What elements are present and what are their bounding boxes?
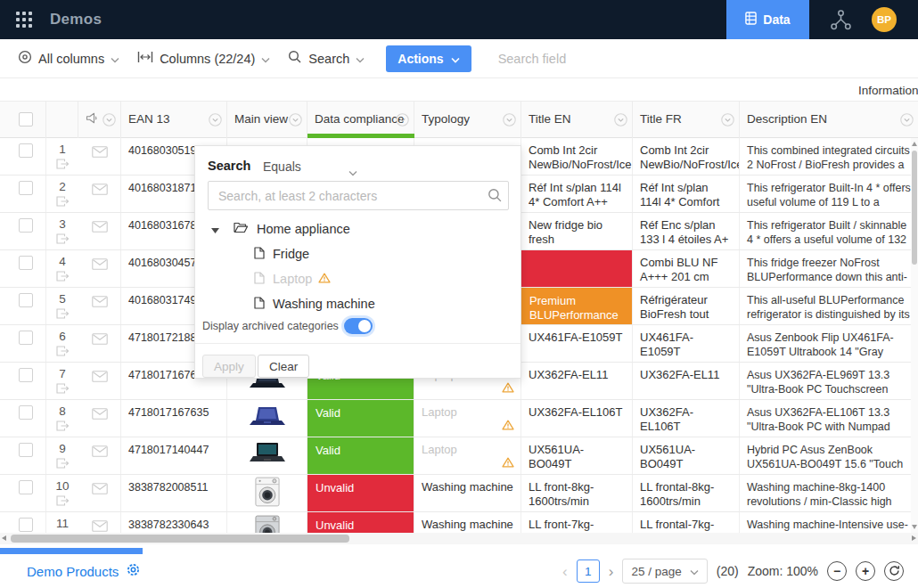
- app-grid-icon[interactable]: [16, 12, 32, 28]
- tree-item-washing-machine[interactable]: Washing machine: [195, 292, 520, 315]
- column-filter-icon[interactable]: [209, 113, 222, 129]
- clear-button[interactable]: Clear: [258, 355, 309, 378]
- select-all-checkbox[interactable]: [19, 112, 33, 127]
- gear-icon[interactable]: [126, 562, 141, 580]
- header-title-fr[interactable]: Title FR: [633, 102, 740, 138]
- zoom-in-button[interactable]: +: [856, 561, 875, 581]
- envelope-icon[interactable]: [92, 297, 108, 310]
- envelope-icon[interactable]: [92, 372, 108, 385]
- footer-bar: Demo Products ‹ 1 › 25 / page (20) Zoom:…: [0, 554, 918, 588]
- actions-button[interactable]: Actions: [386, 45, 471, 72]
- header-main-view[interactable]: Main view: [227, 102, 307, 138]
- open-record-icon[interactable]: [48, 308, 77, 323]
- row-checkbox[interactable]: [19, 480, 33, 494]
- operator-select[interactable]: Equals: [263, 159, 301, 174]
- envelope-icon[interactable]: [92, 484, 108, 497]
- table-row[interactable]: 113838782330643UnvalidWashing machineLL …: [0, 512, 918, 533]
- horizontal-scrollbar[interactable]: [0, 533, 918, 544]
- open-record-icon[interactable]: [48, 196, 77, 210]
- search-menu[interactable]: Search: [288, 50, 365, 67]
- vertical-scrollbar[interactable]: [911, 138, 918, 533]
- header-ean13[interactable]: EAN 13: [121, 102, 227, 138]
- open-record-icon[interactable]: [48, 159, 77, 173]
- header-label: Description EN: [747, 112, 827, 126]
- header-typology[interactable]: Typology: [414, 102, 521, 138]
- avatar[interactable]: BP: [872, 7, 897, 32]
- table-row[interactable]: 84718017167635ValidLaptopUX362FA-EL106TU…: [0, 400, 918, 437]
- prev-page-button[interactable]: ‹: [562, 564, 568, 579]
- typology-cell: Washing machine: [414, 512, 521, 533]
- tree-item-home-appliance[interactable]: Home appliance: [195, 217, 520, 241]
- open-record-icon[interactable]: [48, 233, 77, 248]
- all-columns-menu[interactable]: All columns: [18, 50, 119, 67]
- column-filter-icon[interactable]: [503, 113, 516, 129]
- ean-cell: 4718017167635: [121, 400, 227, 437]
- envelope-icon[interactable]: [92, 446, 108, 460]
- row-checkbox[interactable]: [19, 443, 33, 457]
- page-size-select[interactable]: 25 / page: [622, 559, 707, 584]
- row-number-cell: 4: [46, 250, 78, 287]
- scroll-left-arrow[interactable]: [2, 535, 6, 541]
- category-search-input[interactable]: [208, 181, 509, 210]
- envelope-icon[interactable]: [92, 521, 108, 533]
- open-record-icon[interactable]: [48, 458, 77, 472]
- open-record-icon[interactable]: [48, 421, 77, 435]
- column-filter-icon[interactable]: [900, 113, 914, 129]
- tab-data[interactable]: Data: [726, 0, 809, 39]
- row-checkbox[interactable]: [19, 218, 33, 233]
- open-record-icon[interactable]: [48, 271, 77, 285]
- row-checkbox[interactable]: [19, 368, 33, 382]
- table-row[interactable]: 94718017140447ValidLaptopUX561UA-BO049TU…: [0, 437, 918, 475]
- scroll-right-arrow[interactable]: [912, 535, 916, 541]
- row-checkbox[interactable]: [19, 256, 33, 270]
- tree-item-laptop[interactable]: Laptop: [195, 267, 520, 290]
- vertical-scroll-thumb[interactable]: [912, 151, 917, 265]
- horizontal-scroll-thumb[interactable]: [11, 535, 349, 543]
- row-checkbox[interactable]: [19, 518, 33, 532]
- caret-down-icon[interactable]: [211, 222, 219, 236]
- column-filter-icon[interactable]: [614, 113, 627, 129]
- hierarchy-icon[interactable]: [809, 8, 872, 32]
- scroll-up-arrow[interactable]: [912, 142, 917, 146]
- row-checkbox[interactable]: [19, 331, 33, 345]
- open-record-icon[interactable]: [48, 383, 77, 397]
- open-record-icon[interactable]: [48, 346, 77, 360]
- row-checkbox[interactable]: [19, 181, 33, 195]
- column-filter-icon[interactable]: [721, 113, 734, 129]
- header-description-en[interactable]: Description EN: [740, 102, 918, 138]
- compliance-cell: Valid: [307, 437, 414, 474]
- column-filter-icon[interactable]: [289, 113, 302, 129]
- header-data-compliance[interactable]: Data compliance: [307, 102, 414, 138]
- zoom-out-button[interactable]: −: [827, 561, 847, 581]
- header-title-en[interactable]: Title EN: [521, 102, 633, 138]
- column-filter-icon[interactable]: [396, 113, 409, 129]
- table-header-row: EAN 13 Main view Data compliance Typolog…: [0, 102, 918, 138]
- next-page-button[interactable]: ›: [609, 564, 614, 579]
- search-field-input[interactable]: [496, 51, 675, 67]
- file-icon: [254, 297, 265, 312]
- envelope-icon[interactable]: [92, 409, 108, 422]
- columns-menu[interactable]: Columns (22/24): [137, 51, 270, 66]
- search-icon[interactable]: [488, 188, 503, 207]
- grid-tab-demo-products[interactable]: Demo Products: [27, 562, 141, 580]
- archived-categories-toggle[interactable]: [344, 318, 373, 334]
- envelope-icon[interactable]: [92, 184, 108, 198]
- envelope-icon[interactable]: [92, 259, 108, 273]
- envelope-icon[interactable]: [92, 222, 108, 235]
- row-checkbox[interactable]: [19, 293, 33, 307]
- page-number[interactable]: 1: [577, 559, 600, 583]
- row-checkbox[interactable]: [19, 143, 33, 158]
- row-checkbox[interactable]: [19, 405, 33, 420]
- column-filter-icon[interactable]: [102, 113, 116, 129]
- refresh-button[interactable]: [884, 561, 904, 581]
- chevron-down-icon[interactable]: [348, 164, 357, 180]
- table-row[interactable]: 103838782008511UnvalidWashing machineLL …: [0, 475, 918, 512]
- product-thumbnail: [255, 477, 280, 510]
- envelope-icon[interactable]: [92, 147, 108, 160]
- open-record-icon[interactable]: [48, 495, 77, 510]
- apply-button[interactable]: Apply: [202, 355, 256, 378]
- tree-item-fridge[interactable]: Fridge: [195, 242, 520, 265]
- description-en-value: This refrigerator Built-In 4 * offers us…: [747, 182, 911, 212]
- envelope-icon[interactable]: [92, 334, 108, 347]
- scroll-down-arrow[interactable]: [912, 525, 917, 529]
